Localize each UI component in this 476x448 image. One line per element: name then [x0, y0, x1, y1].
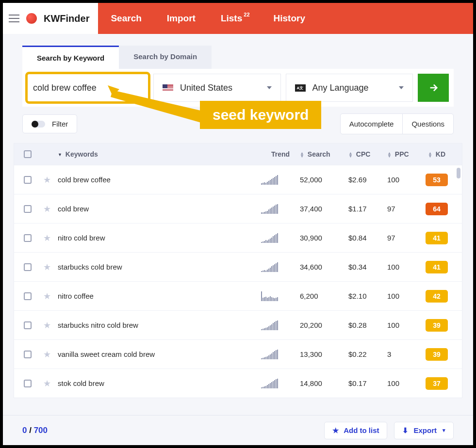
footer-actions: ★ Add to list ⬇ Export ▾	[324, 422, 454, 439]
table-row[interactable]: ★cold brew coffee52,000$2.6910053	[14, 165, 462, 194]
nav-lists[interactable]: Lists 22	[208, 13, 261, 24]
select-all-checkbox[interactable]	[24, 150, 32, 158]
brand-name: KWFinder	[44, 13, 89, 24]
location-value: United States	[180, 83, 232, 93]
col-ppc[interactable]: ▲▼ PPC	[387, 150, 421, 158]
scrollbar-thumb[interactable]	[457, 168, 460, 178]
table-header: ▼ Keywords Trend ▲▼ Search ▲▼ CPC ▲▼ PPC…	[14, 144, 462, 165]
row-checkbox[interactable]	[24, 292, 32, 300]
ppc-cell: 97	[387, 234, 421, 242]
chevron-down-icon	[267, 86, 272, 89]
trend-sparkline	[261, 175, 286, 185]
table-row[interactable]: ★starbucks nitro cold brew20,200$0.28100…	[14, 310, 462, 339]
nav-history[interactable]: History	[261, 13, 318, 24]
trend-sparkline	[261, 233, 286, 243]
filter-toggle[interactable]: Filter	[22, 114, 77, 133]
results-table: ▼ Keywords Trend ▲▼ Search ▲▼ CPC ▲▼ PPC…	[14, 143, 462, 398]
search-volume-cell: 13,300	[300, 350, 348, 358]
arrow-right-icon	[428, 82, 439, 93]
star-icon[interactable]: ★	[43, 320, 51, 330]
col-keywords[interactable]: ▼ Keywords	[58, 150, 261, 158]
flag-us-icon	[163, 84, 173, 92]
cpc-cell: $0.22	[348, 350, 387, 358]
location-select[interactable]: United States	[153, 74, 281, 102]
star-icon[interactable]: ★	[43, 379, 51, 388]
table-row[interactable]: ★starbucks cold brew34,600$0.3410041	[14, 252, 462, 281]
tab-search-by-domain[interactable]: Search by Domain	[119, 46, 212, 69]
keyword-input-wrap	[27, 74, 148, 102]
row-checkbox[interactable]	[24, 321, 32, 329]
ppc-cell: 100	[387, 176, 421, 184]
ppc-cell: 100	[387, 379, 421, 387]
trend-sparkline	[261, 291, 286, 301]
chevron-down-icon: ▾	[443, 427, 445, 433]
search-volume-cell: 52,000	[300, 176, 348, 184]
row-checkbox[interactable]	[24, 351, 32, 358]
row-checkbox[interactable]	[24, 234, 32, 242]
search-volume-cell: 14,800	[300, 379, 348, 387]
star-icon[interactable]: ★	[43, 233, 51, 243]
cpc-cell: $0.17	[348, 379, 387, 387]
col-cpc[interactable]: ▲▼ CPC	[348, 150, 387, 158]
table-row[interactable]: ★vanilla sweet cream cold brew13,300$0.2…	[14, 339, 462, 368]
add-to-list-button[interactable]: ★ Add to list	[324, 422, 387, 439]
keyword-cell: nitro cold brew	[58, 234, 261, 242]
table-body: ★cold brew coffee52,000$2.6910053★cold b…	[14, 165, 462, 398]
chevron-down-icon	[399, 86, 404, 89]
ppc-cell: 100	[387, 321, 421, 329]
row-checkbox[interactable]	[24, 380, 32, 387]
tab-search-by-keyword[interactable]: Search by Keyword	[22, 46, 119, 69]
filter-label: Filter	[52, 120, 68, 128]
star-icon[interactable]: ★	[43, 291, 51, 301]
row-checkbox[interactable]	[24, 263, 32, 271]
cpc-cell: $2.69	[348, 176, 387, 184]
keyword-cell: cold brew	[58, 205, 261, 213]
top-bar: KWFinder Search Import Lists 22 History	[3, 3, 473, 34]
sort-icon: ▲▼	[428, 152, 432, 158]
cpc-cell: $0.28	[348, 321, 387, 329]
table-row[interactable]: ★nitro coffee6,200$2.1010042	[14, 281, 462, 310]
star-icon: ★	[332, 426, 339, 435]
language-select[interactable]: A文 Any Language	[286, 74, 413, 102]
row-checkbox[interactable]	[24, 176, 32, 184]
trend-sparkline	[261, 320, 286, 330]
ppc-cell: 100	[387, 263, 421, 271]
nav-search[interactable]: Search	[98, 13, 154, 24]
star-icon[interactable]: ★	[43, 175, 51, 185]
translate-icon: A文	[295, 84, 306, 92]
row-checkbox[interactable]	[24, 205, 32, 213]
cpc-cell: $1.17	[348, 205, 387, 213]
search-row: United States A文 Any Language	[22, 69, 454, 107]
mode-autocomplete[interactable]: Autocomplete	[341, 114, 403, 134]
ppc-cell: 97	[387, 205, 421, 213]
search-submit-button[interactable]	[418, 74, 449, 102]
keyword-cell: starbucks nitro cold brew	[58, 321, 261, 329]
keyword-input[interactable]	[27, 76, 148, 100]
star-icon[interactable]: ★	[43, 204, 51, 214]
cpc-cell: $0.84	[348, 234, 387, 242]
table-row[interactable]: ★cold brew37,400$1.179764	[14, 194, 462, 223]
col-trend[interactable]: Trend	[261, 150, 300, 158]
table-row[interactable]: ★stok cold brew14,800$0.1710037	[14, 368, 462, 398]
toggle-icon	[32, 121, 45, 128]
export-button[interactable]: ⬇ Export ▾	[394, 422, 454, 439]
keyword-cell: vanilla sweet cream cold brew	[58, 350, 261, 358]
suggestion-mode-group: Autocomplete Questions	[340, 113, 454, 134]
nav-import[interactable]: Import	[154, 13, 208, 24]
sort-icon: ▲▼	[300, 152, 304, 158]
sort-icon: ▲▼	[348, 152, 353, 158]
col-search[interactable]: ▲▼ Search	[300, 150, 348, 158]
mode-questions[interactable]: Questions	[402, 114, 453, 134]
sort-icon: ▲▼	[387, 152, 392, 158]
star-icon[interactable]: ★	[43, 350, 51, 359]
star-icon[interactable]: ★	[43, 262, 51, 272]
kd-badge: 41	[426, 232, 448, 244]
kd-badge: 39	[426, 319, 448, 332]
brand-block: KWFinder	[3, 3, 98, 34]
search-volume-cell: 34,600	[300, 263, 348, 271]
kd-badge: 64	[426, 203, 448, 215]
menu-icon[interactable]	[9, 15, 19, 22]
col-kd[interactable]: ▲▼ KD	[421, 150, 452, 158]
table-row[interactable]: ★nitro cold brew30,900$0.849741	[14, 223, 462, 252]
download-icon: ⬇	[402, 426, 409, 435]
